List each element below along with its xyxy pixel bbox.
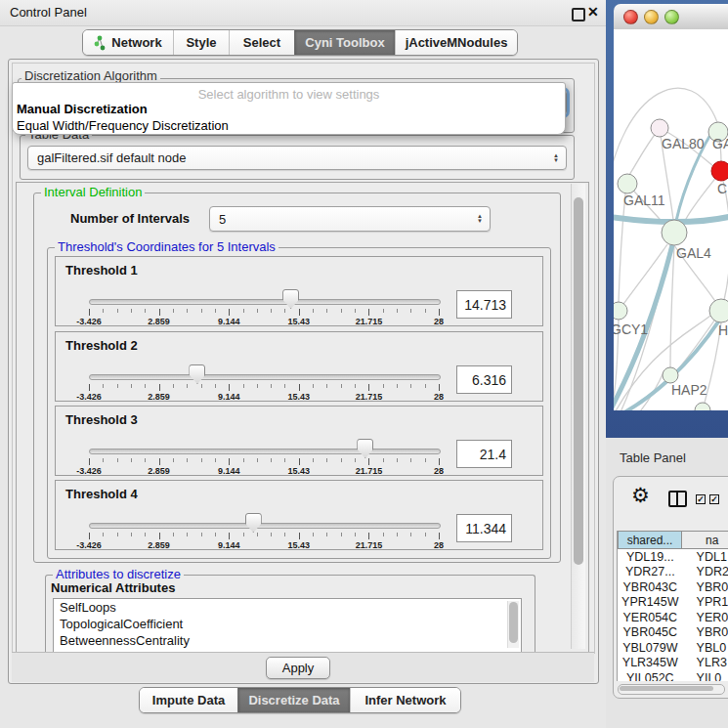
table-row[interactable]: YDR27...YDR2 — [618, 565, 728, 580]
cell-shared-name[interactable]: YDL19... — [618, 550, 683, 564]
cell-shared-name[interactable]: YPR145W — [618, 595, 683, 609]
vertical-scrollbar[interactable] — [571, 184, 585, 649]
network-node-gal80[interactable] — [651, 119, 668, 137]
threshold-slider-handle[interactable] — [245, 513, 262, 533]
threshold-value-field[interactable]: 14.713 — [456, 290, 512, 319]
network-edge[interactable] — [670, 245, 674, 367]
cell-name[interactable]: YDL1 — [683, 550, 728, 564]
slider-tick — [103, 309, 104, 313]
column-header-shared-name[interactable]: shared... — [618, 531, 682, 549]
apply-button[interactable]: Apply — [266, 657, 330, 679]
slider-tick — [397, 309, 398, 313]
slider-tick — [229, 309, 230, 316]
tab-jactivemnodules[interactable]: jActiveMNodules — [395, 30, 517, 55]
threshold-value-field[interactable]: 11.344 — [456, 514, 512, 542]
network-view-canvas[interactable]: GAL80GACGAL11GAL4GCY1HHAP2 — [614, 29, 728, 410]
network-edge[interactable] — [619, 193, 625, 302]
network-node-h[interactable] — [709, 299, 728, 322]
table-row[interactable]: YIL052CYIL0 — [618, 670, 728, 681]
menu-item-equal-width-frequency[interactable]: Equal Width/Frequency Discretization — [17, 118, 229, 133]
network-node-gcy1[interactable] — [614, 302, 627, 320]
attribute-list-item[interactable]: TopologicalCoefficient — [54, 616, 521, 632]
network-node-gal4[interactable] — [662, 220, 687, 245]
close-traffic-light-icon[interactable] — [623, 10, 638, 24]
slider-tick — [299, 458, 300, 465]
table-row[interactable]: YBR043CYBR0 — [618, 579, 728, 595]
network-node-hap2[interactable] — [663, 367, 678, 383]
cell-shared-name[interactable]: YLR345W — [618, 656, 683, 669]
cell-shared-name[interactable]: YDR27... — [618, 565, 683, 578]
attribute-list-item[interactable]: BetweennessCentrality — [54, 632, 521, 649]
table-row[interactable]: YLR345WYLR3 — [618, 656, 728, 671]
node-attribute-table[interactable]: shared... na YDL19...YDL1YDR27...YDR2YBR… — [617, 531, 728, 681]
slider-tick — [159, 458, 160, 465]
cell-shared-name[interactable]: YBR043C — [618, 580, 683, 594]
cell-name[interactable]: YIL0 — [683, 671, 728, 681]
threshold-slider-track[interactable] — [89, 523, 441, 529]
numerical-attributes-list[interactable]: SelfLoopsTopologicalCoefficientBetweenne… — [53, 598, 522, 653]
float-window-icon[interactable] — [572, 8, 585, 21]
tab-style[interactable]: Style — [173, 30, 229, 55]
vertical-scrollbar-thumb[interactable] — [574, 197, 583, 565]
network-edge[interactable] — [723, 181, 728, 300]
threshold-slider-track[interactable] — [89, 449, 441, 454]
minimize-traffic-light-icon[interactable] — [644, 10, 659, 24]
cell-shared-name[interactable]: YBR045C — [618, 625, 683, 639]
slider-tick — [89, 309, 90, 316]
cell-name[interactable]: YBL0 — [683, 641, 728, 655]
table-row[interactable]: YBL079WYBL0 — [618, 640, 728, 656]
cell-shared-name[interactable]: YIL052C — [618, 671, 683, 681]
list-scrollbar[interactable] — [507, 601, 519, 648]
tab-impute-data[interactable]: Impute Data — [140, 688, 237, 712]
gear-icon[interactable]: ⚙ — [631, 485, 650, 505]
threshold-value-field[interactable]: 6.316 — [456, 365, 512, 394]
cell-name[interactable]: YPR1 — [683, 595, 728, 609]
cell-name[interactable]: YLR3 — [683, 656, 728, 669]
slider-tick — [326, 458, 327, 462]
number-of-intervals-combobox[interactable]: 5 ▲▼ — [209, 206, 491, 232]
network-node[interactable] — [695, 403, 710, 410]
table-horizontal-scrollbar[interactable] — [618, 684, 725, 695]
table-row[interactable]: YPR145WYPR1 — [618, 595, 728, 611]
slider-tick-label: 21.715 — [347, 392, 390, 402]
table-row[interactable]: YBR045CYBR0 — [618, 625, 728, 641]
slider-tick — [299, 309, 300, 316]
cell-shared-name[interactable]: YBL079W — [618, 641, 683, 655]
table-data-combobox[interactable]: galFiltered.sif default node ▲▼ — [27, 146, 567, 170]
threshold-slider-handle[interactable] — [282, 289, 299, 309]
tab-cyni-toolbox[interactable]: Cyni Toolbox — [294, 30, 395, 55]
table-row[interactable]: YER054CYER0 — [618, 610, 728, 625]
cell-shared-name[interactable]: YER054C — [618, 611, 683, 624]
zoom-traffic-light-icon[interactable] — [664, 10, 679, 24]
network-node-c[interactable] — [711, 161, 728, 181]
threshold-slider-track[interactable] — [89, 374, 441, 380]
column-header-name[interactable]: na — [682, 531, 728, 549]
checkbox-icon[interactable]: ✓ — [696, 494, 706, 504]
cell-name[interactable]: YDR2 — [683, 565, 728, 578]
network-edge[interactable] — [619, 244, 667, 311]
tab-infer-network[interactable]: Infer Network — [350, 688, 460, 712]
slider-tick-label: 21.715 — [347, 466, 390, 476]
menu-item-manual-discretization[interactable]: Manual Discretization — [17, 102, 148, 116]
tab-select[interactable]: Select — [229, 30, 294, 55]
table-row[interactable]: YDL19...YDL1 — [618, 549, 728, 565]
network-node-gal11[interactable] — [618, 174, 637, 193]
cell-name[interactable]: YBR0 — [683, 625, 728, 639]
slider-tick — [187, 384, 188, 388]
cell-name[interactable]: YBR0 — [683, 580, 728, 594]
tab-discretize-data[interactable]: Discretize Data — [237, 688, 350, 712]
tab-network[interactable]: Network — [83, 30, 173, 55]
list-scrollbar-thumb[interactable] — [509, 602, 518, 643]
table-horizontal-scrollbar-thumb[interactable] — [620, 686, 713, 691]
cell-name[interactable]: YER0 — [683, 611, 728, 624]
close-icon[interactable]: ✕ — [587, 4, 599, 20]
network-node-label: C — [717, 181, 727, 196]
threshold-slider-handle[interactable] — [357, 439, 373, 458]
attribute-list-item[interactable]: SelfLoops — [54, 599, 521, 616]
split-columns-icon[interactable] — [668, 491, 687, 507]
threshold-slider-track[interactable] — [89, 299, 441, 305]
threshold-value-field[interactable]: 21.4 — [456, 440, 512, 468]
network-window-titlebar[interactable] — [614, 4, 728, 30]
checkbox-icon[interactable]: ✓ — [709, 494, 719, 504]
threshold-slider-handle[interactable] — [189, 364, 205, 384]
